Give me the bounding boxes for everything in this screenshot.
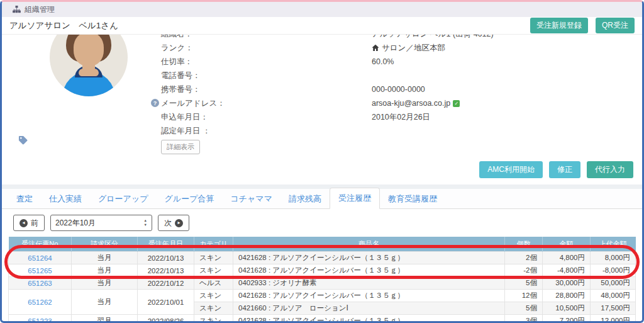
field-label: ランク： — [161, 43, 372, 54]
profile-field-row: 組織名：アルソアサロン ベル1 (出荷 4612) — [161, 35, 642, 41]
field-value: 000-0000-0000 — [372, 85, 425, 94]
column-header[interactable]: カテゴリ — [194, 237, 233, 252]
app-header: 組織管理 — [2, 2, 642, 17]
home-icon — [372, 44, 379, 52]
billing-cell: 翌月 — [72, 315, 138, 323]
profile-field-row: ランク：サロン／地区本部 — [161, 41, 642, 55]
quantity-cell: -2個 — [505, 264, 543, 277]
chevron-right-circle-icon: ▸ — [175, 219, 183, 227]
date-cell: 2022/10/01 — [138, 290, 194, 315]
proxy-input-button[interactable]: 代行入力 — [587, 161, 633, 178]
order-no-link[interactable]: 651262 — [14, 298, 66, 306]
column-header[interactable]: 請求区分 — [72, 237, 138, 252]
help-icon[interactable]: ? — [151, 99, 159, 107]
order-no-cell: 651265 — [9, 264, 72, 277]
order-no-link[interactable]: 651265 — [14, 267, 66, 275]
profile-field-row: 認定年月日 ： — [161, 124, 642, 138]
qr-order-button[interactable]: QR受注 — [596, 18, 635, 33]
field-label: 組織名： — [161, 35, 372, 40]
profile-field-row: ?メールアドレス：arsoa-kju@arsoa.co.jp✓ — [161, 96, 642, 110]
category-cell: スキン — [194, 290, 233, 302]
product-name-cell: 0421628 : アルソアクイーンシルバー（１３５ｇ） — [233, 290, 505, 302]
category-cell: ヘルス — [194, 277, 233, 290]
date-cell: 2022/08/26 — [138, 315, 194, 323]
order-no-cell: 651223 — [9, 315, 72, 323]
profile-field-row: 仕切率：60.0% — [161, 55, 642, 69]
field-value-text: 60.0% — [372, 57, 394, 66]
order-no-cell: 651262 — [9, 290, 72, 315]
order-no-link[interactable]: 651223 — [14, 317, 66, 323]
select-caret-icon: ▲▼ — [144, 219, 147, 227]
profile-field-row: 申込年月日：2010年02月26日 — [161, 110, 642, 124]
page-title: 組織管理 — [25, 4, 55, 15]
period-selector: ◂ 前 2022年10月 ▲▼ 次 ▸ — [2, 209, 642, 237]
tab-8[interactable]: 教育受講履歴 — [380, 189, 445, 209]
tab-6[interactable]: 請求残高 — [280, 189, 330, 209]
tab-3[interactable]: グローアップ — [90, 189, 157, 209]
field-value: arsoa-kju@arsoa.co.jp✓ — [372, 99, 460, 108]
tag-icon[interactable] — [18, 135, 28, 145]
column-header[interactable]: 上代金額 — [591, 237, 636, 252]
prev-month-button[interactable]: ◂ 前 — [13, 215, 45, 231]
amc-start-button[interactable]: AMC利用開始 — [479, 161, 543, 178]
column-header[interactable]: 受注伝票No — [9, 237, 72, 252]
page-frame: 組織管理 アルソアサロン ベル1さん 受注新規登録QR受注 組織名：アルソアサロ… — [0, 0, 644, 323]
category-cell: スキン — [194, 302, 233, 315]
date-cell: 2022/10/12 — [138, 277, 194, 290]
quantity-cell: 12個 — [505, 290, 543, 302]
billing-cell: 当月 — [72, 290, 138, 315]
column-header[interactable]: 個数 — [505, 237, 543, 252]
billing-cell: 当月 — [72, 252, 138, 264]
profile-section: 組織名：アルソアサロン ベル1 (出荷 4612)ランク：サロン／地区本部仕切率… — [2, 35, 642, 184]
order-no-cell: 651264 — [9, 252, 72, 264]
sitemap-icon — [13, 6, 21, 13]
category-cell: スキン — [194, 315, 233, 323]
field-value-text: 2010年02月26日 — [372, 112, 430, 123]
table-row: 651264当月2022/10/13スキン0421628 : アルソアクイーンシ… — [9, 252, 636, 264]
product-name-cell: 0421628 : アルソアクイーンシルバー（１３５ｇ） — [233, 252, 505, 264]
column-header[interactable]: 商品名 — [233, 237, 505, 252]
edit-button[interactable]: 修正 — [549, 161, 580, 178]
new-order-button[interactable]: 受注新規登録 — [530, 18, 588, 33]
column-header[interactable]: 金額 — [543, 237, 591, 252]
tab-5[interactable]: コチャママ — [222, 189, 280, 209]
retail-amount-cell: 17,500円 — [591, 302, 636, 315]
category-cell: スキン — [194, 264, 233, 277]
next-month-button[interactable]: 次 ▸ — [158, 215, 189, 231]
user-header: アルソアサロン ベル1さん 受注新規登録QR受注 — [2, 17, 642, 35]
tab-bar: 査定仕入実績グローアップグループ合算コチャママ請求残高受注履歴教育受講履歴 — [2, 189, 642, 209]
amount-cell: 7,200円 — [543, 315, 591, 323]
month-select[interactable]: 2022年10月 ▲▼ — [50, 215, 152, 231]
amount-cell: -4,800円 — [543, 264, 591, 277]
field-value-text: 000-0000-0000 — [372, 85, 425, 94]
retail-amount-cell: -8,000円 — [591, 264, 636, 277]
table-row: 651223翌月2022/08/26スキン0421628 : アルソアクイーンシ… — [9, 315, 636, 323]
product-name-cell: 0402933 : ジオリナ酵素 — [233, 277, 505, 290]
order-no-link[interactable]: 651263 — [14, 280, 66, 287]
quantity-cell: 5個 — [505, 277, 543, 290]
category-cell: スキン — [194, 252, 233, 264]
quantity-cell: 5個 — [505, 302, 543, 315]
amount-cell: 10,500円 — [543, 302, 591, 315]
billing-cell: 当月 — [72, 264, 138, 277]
tab-2[interactable]: 仕入実績 — [41, 189, 90, 209]
detail-button[interactable]: 詳細表示 — [161, 140, 200, 154]
table-row: 651265当月2022/10/13スキン0421628 : アルソアクイーンシ… — [9, 264, 636, 277]
field-label: 電話番号： — [161, 71, 372, 81]
date-cell: 2022/10/13 — [138, 252, 194, 264]
field-value-text: アルソアサロン ベル1 (出荷 4612) — [372, 35, 494, 40]
column-header[interactable]: 受注年月日 — [138, 237, 194, 252]
profile-field-row: 電話番号： — [161, 69, 642, 82]
amount-cell: 4,800円 — [543, 252, 591, 264]
amount-cell: 30,000円 — [543, 277, 591, 290]
order-no-link[interactable]: 651264 — [14, 254, 66, 262]
tab-1[interactable]: 査定 — [8, 189, 41, 209]
tab-7[interactable]: 受注履歴 — [330, 188, 380, 209]
tab-4[interactable]: グループ合算 — [157, 189, 223, 209]
profile-field-row: 携帯番号：000-0000-0000 — [161, 82, 642, 96]
field-value: 2010年02月26日 — [372, 112, 430, 123]
user-name: アルソアサロン ベル1さん — [9, 20, 118, 31]
field-value: 60.0% — [372, 57, 394, 66]
order-no-cell: 651263 — [9, 277, 72, 290]
avatar — [50, 35, 128, 96]
